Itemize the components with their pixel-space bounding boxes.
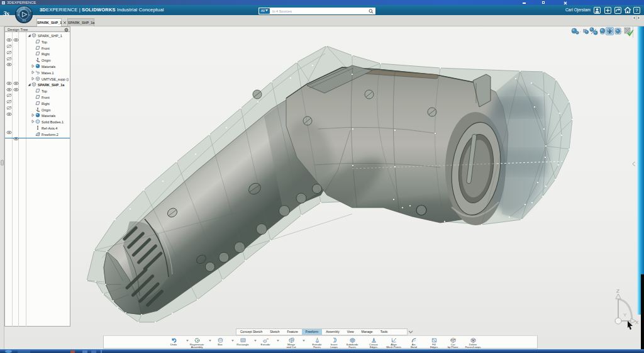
svg-text:-: - (621, 30, 623, 33)
svg-text:3.0: 3.0 (23, 19, 26, 22)
svg-text:3s: 3s (3, 9, 9, 17)
svg-text:-: - (580, 30, 581, 33)
svg-text:w: w (18, 13, 19, 16)
svg-text:X: X (635, 320, 638, 325)
svg-text:Z: Z (616, 288, 619, 294)
svg-text:Y: Y (623, 312, 627, 318)
svg-text:?: ? (635, 8, 638, 13)
